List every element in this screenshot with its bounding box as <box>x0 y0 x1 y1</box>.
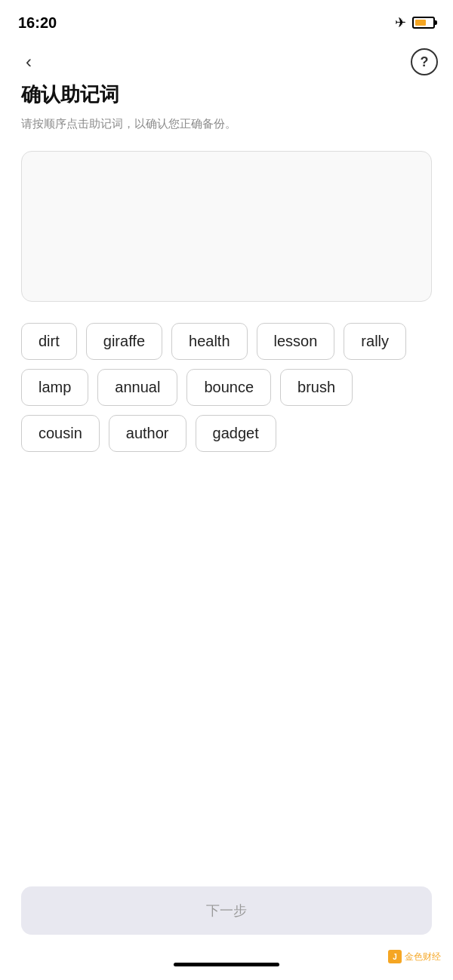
word-chip-cousin[interactable]: cousin <box>21 415 100 452</box>
word-chip-giraffe[interactable]: giraffe <box>86 323 162 360</box>
bottom-area: 下一步 <box>21 886 432 935</box>
word-chip-brush[interactable]: brush <box>280 369 353 406</box>
word-chip-dirt[interactable]: dirt <box>21 323 77 360</box>
airplane-icon: ✈ <box>395 14 406 31</box>
status-bar: 16:20 ✈ <box>0 0 453 42</box>
page-content: 确认助记词 请按顺序点击助记词，以确认您正确备份。 dirtgiraffehea… <box>0 81 453 452</box>
word-chip-bounce[interactable]: bounce <box>186 369 271 406</box>
word-chip-author[interactable]: author <box>109 415 186 452</box>
mnemonic-display-area <box>21 151 432 302</box>
back-button[interactable]: ‹ <box>15 48 42 75</box>
words-grid: dirtgiraffehealthlessonrallylampannualbo… <box>21 323 432 452</box>
help-button[interactable]: ? <box>411 48 438 75</box>
word-chip-lesson[interactable]: lesson <box>257 323 335 360</box>
home-indicator <box>174 963 279 966</box>
word-chip-health[interactable]: health <box>171 323 248 360</box>
page-title: 确认助记词 <box>21 81 432 108</box>
next-button[interactable]: 下一步 <box>21 886 432 935</box>
word-chip-annual[interactable]: annual <box>97 369 177 406</box>
word-chip-lamp[interactable]: lamp <box>21 369 88 406</box>
status-icons: ✈ <box>395 14 435 31</box>
watermark: J 金色财经 <box>388 950 441 963</box>
word-chip-rally[interactable]: rally <box>344 323 406 360</box>
nav-bar: ‹ ? <box>0 42 453 81</box>
battery-fill <box>415 20 426 26</box>
word-chip-gadget[interactable]: gadget <box>196 415 276 452</box>
watermark-icon: J <box>388 950 402 963</box>
watermark-text: 金色财经 <box>405 951 441 963</box>
status-time: 16:20 <box>18 14 57 32</box>
page-subtitle: 请按顺序点击助记词，以确认您正确备份。 <box>21 115 432 133</box>
battery-icon <box>412 17 435 29</box>
